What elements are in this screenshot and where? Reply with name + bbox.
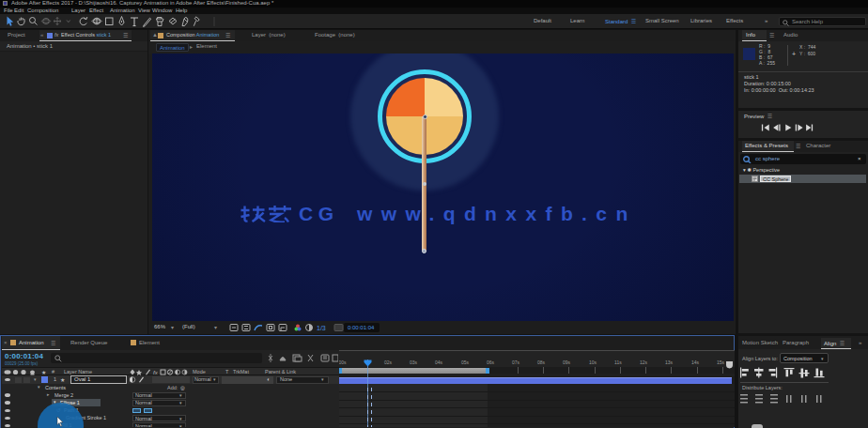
svg-text:1/3: 1/3 [317, 325, 326, 331]
svg-text:fx: fx [153, 370, 159, 375]
